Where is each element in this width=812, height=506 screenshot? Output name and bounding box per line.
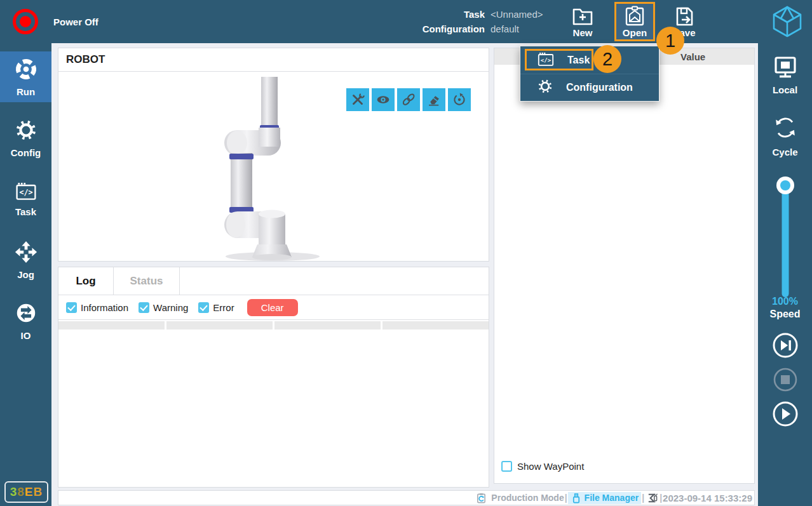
right-sidebar: Local Cycle 100% Speed bbox=[758, 43, 812, 506]
power-status-label: Power Off bbox=[53, 17, 98, 27]
robot-panel: ROBOT bbox=[58, 48, 489, 262]
code-window-icon: </> bbox=[537, 51, 555, 69]
filter-warning[interactable]: Warning bbox=[139, 302, 188, 313]
value-column-header: Value bbox=[680, 51, 705, 62]
robot-id-char: B bbox=[34, 485, 43, 499]
robot-id-char: 8 bbox=[17, 485, 25, 499]
open-button[interactable]: Open bbox=[614, 2, 655, 41]
cycle-mode-button[interactable]: Cycle bbox=[758, 114, 812, 157]
checkbox-checked-icon[interactable] bbox=[198, 302, 209, 313]
file-manager-label: File Manager bbox=[585, 493, 639, 503]
production-mode-icon bbox=[476, 493, 487, 503]
sidebar-item-task[interactable]: </> Task bbox=[0, 173, 51, 224]
checkbox-checked-icon[interactable] bbox=[66, 302, 77, 313]
power-indicator-icon[interactable] bbox=[13, 9, 38, 34]
svg-text:</>: </> bbox=[19, 188, 32, 197]
task-config-meta: Task <Unnamed> Configuration default bbox=[381, 0, 559, 43]
speed-label: Speed bbox=[758, 309, 812, 320]
production-mode-label: Production Mode bbox=[491, 493, 564, 503]
sidebar-item-io-label: IO bbox=[21, 330, 31, 341]
clear-log-button[interactable]: Clear bbox=[247, 299, 298, 316]
save-floppy-icon bbox=[673, 6, 695, 26]
separator: | bbox=[660, 493, 662, 503]
checkbox-checked-icon[interactable] bbox=[139, 302, 149, 313]
eye-icon[interactable] bbox=[372, 88, 395, 111]
speed-slider[interactable] bbox=[758, 176, 812, 303]
tools-icon[interactable] bbox=[346, 88, 369, 111]
menu-item-task[interactable]: </> Task bbox=[520, 46, 659, 74]
production-mode-status: Production Mode bbox=[475, 493, 564, 503]
checkbox-unchecked-icon[interactable] bbox=[501, 461, 512, 472]
tab-log[interactable]: Log bbox=[58, 267, 114, 295]
menu-item-configuration-label: Configuration bbox=[566, 82, 633, 93]
robot-id-char: E bbox=[25, 485, 34, 499]
log-table-header bbox=[58, 321, 489, 330]
task-name-value: <Unnamed> bbox=[491, 9, 559, 20]
new-folder-icon bbox=[571, 6, 594, 26]
robot-id-char: 3 bbox=[10, 485, 18, 499]
machine-status-icon bbox=[646, 493, 658, 503]
variables-panel: Value Show WayPoint bbox=[494, 48, 755, 484]
new-button[interactable]: New bbox=[564, 2, 601, 41]
annotation-badge-2: 2 bbox=[593, 45, 621, 73]
cycle-mode-label: Cycle bbox=[772, 147, 797, 157]
stop-button[interactable] bbox=[772, 366, 799, 393]
datetime-label: 2023-09-14 15:33:29 bbox=[663, 493, 752, 503]
log-tabbar: Log Status bbox=[58, 267, 489, 295]
top-bar: Power Off Task <Unnamed> Configuration d… bbox=[0, 0, 812, 43]
separator: | bbox=[565, 493, 567, 503]
links-icon[interactable] bbox=[397, 88, 420, 111]
robot-panel-title: ROBOT bbox=[58, 48, 489, 72]
filter-warning-label: Warning bbox=[153, 302, 188, 313]
log-panel: Log Status Information Warning Error Cle… bbox=[58, 267, 489, 488]
app-window: Power Off Task <Unnamed> Configuration d… bbox=[0, 0, 812, 506]
local-mode-button[interactable]: Local bbox=[758, 56, 812, 95]
step-button[interactable] bbox=[772, 332, 799, 359]
log-column-header bbox=[274, 321, 381, 330]
usb-drive-icon bbox=[572, 493, 581, 503]
rotate-icon[interactable] bbox=[448, 88, 471, 111]
svg-text:</>: </> bbox=[541, 57, 551, 63]
task-label: Task bbox=[381, 9, 485, 20]
tab-status[interactable]: Status bbox=[114, 267, 180, 295]
open-button-label: Open bbox=[623, 27, 647, 38]
run-icon bbox=[14, 57, 38, 84]
speed-slider-knob[interactable] bbox=[776, 176, 794, 194]
open-dropdown-menu: </> Task Configuration bbox=[520, 46, 660, 102]
sidebar-item-jog[interactable]: Jog bbox=[0, 234, 51, 285]
filter-error-label: Error bbox=[213, 302, 234, 313]
sidebar-item-io[interactable]: IO bbox=[0, 295, 51, 346]
menu-item-configuration[interactable]: Configuration bbox=[520, 74, 659, 101]
sidebar-item-config[interactable]: Config bbox=[0, 112, 51, 163]
new-button-label: New bbox=[573, 27, 593, 38]
speed-slider-track[interactable] bbox=[782, 183, 788, 297]
filter-error[interactable]: Error bbox=[198, 302, 234, 313]
gear-icon bbox=[14, 118, 38, 145]
show-waypoint-label: Show WayPoint bbox=[517, 461, 584, 472]
local-mode-label: Local bbox=[773, 84, 797, 95]
cycle-arrows-icon bbox=[772, 114, 799, 143]
robot-id-badge: 38EB bbox=[4, 481, 48, 503]
brand-logo-icon bbox=[769, 4, 805, 39]
file-manager-link[interactable]: File Manager bbox=[568, 492, 642, 504]
gear-icon bbox=[537, 78, 553, 97]
filter-information-label: Information bbox=[81, 302, 128, 313]
robot-view-toolbar bbox=[346, 88, 471, 111]
configuration-value: default bbox=[491, 23, 559, 34]
play-button[interactable] bbox=[772, 401, 799, 427]
robot-3d-view[interactable] bbox=[220, 77, 335, 265]
configuration-label: Configuration bbox=[381, 23, 485, 34]
sidebar-item-config-label: Config bbox=[11, 147, 41, 158]
speed-percent-value: 100% bbox=[758, 296, 812, 307]
open-file-icon bbox=[624, 6, 646, 26]
eraser-icon[interactable] bbox=[423, 88, 445, 111]
show-waypoint-toggle[interactable]: Show WayPoint bbox=[501, 461, 584, 472]
sidebar-item-task-label: Task bbox=[15, 206, 36, 217]
filter-information[interactable]: Information bbox=[66, 302, 128, 313]
log-filterbar: Information Warning Error Clear bbox=[58, 295, 489, 320]
sidebar-item-run[interactable]: Run bbox=[0, 51, 51, 102]
log-column-header bbox=[58, 321, 165, 330]
move-arrows-icon bbox=[14, 240, 38, 267]
annotation-badge-1: 1 bbox=[656, 27, 684, 55]
monitor-icon bbox=[773, 56, 798, 81]
